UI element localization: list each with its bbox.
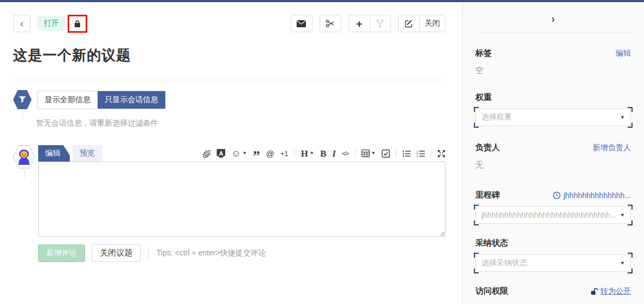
- issue-header: ‹ 打开: [13, 14, 446, 33]
- tab-edit[interactable]: 编辑: [38, 145, 70, 162]
- table-button[interactable]: ▼: [362, 150, 376, 157]
- back-button[interactable]: ‹: [13, 15, 31, 32]
- milestone-section: 里程碑 jhhhhhhhhhhhhhh... jhhhhhhhhhhhhhhhh…: [476, 190, 631, 224]
- corner-mark: [474, 107, 479, 112]
- labels-section: 标签 编辑 空: [476, 48, 631, 76]
- comment-textarea[interactable]: [38, 162, 446, 237]
- status-badge: 打开: [37, 16, 65, 31]
- paperclip-icon: [202, 149, 210, 158]
- fullscreen-icon: [437, 150, 446, 158]
- bullet-list-button[interactable]: [402, 150, 411, 157]
- collapse-sidebar-icon[interactable]: ›: [552, 13, 555, 24]
- close-label: 关闭: [425, 19, 440, 28]
- corner-mark: [474, 269, 479, 273]
- assignee-value: 无: [476, 160, 631, 170]
- add-comment-button[interactable]: 新增评论: [38, 245, 85, 262]
- discussion-filter: 显示全部信息 只显示会话信息: [13, 90, 446, 109]
- toolbar-separator: [294, 149, 295, 158]
- weight-title: 权重: [476, 92, 492, 103]
- comment-editor: 编辑 预览 A ☺ ▼: [38, 145, 446, 262]
- milestone-title: 里程碑: [476, 190, 500, 200]
- caret-down-icon: ▼: [620, 260, 625, 266]
- milestone-link-text: jhhhhhhhhhhhhhh...: [563, 191, 631, 200]
- code-icon: </>: [342, 151, 349, 157]
- emoji-picker-button[interactable]: ☺ ▼: [231, 149, 246, 158]
- scissors-icon: [326, 19, 335, 28]
- labels-edit-link[interactable]: 编辑: [616, 49, 631, 58]
- milestone-link[interactable]: jhhhhhhhhhhhhhh...: [553, 191, 631, 200]
- toolbar-separator: [431, 149, 431, 158]
- italic-icon: I: [332, 149, 336, 158]
- avatar: [13, 145, 35, 169]
- make-public-text: 转为公开: [600, 287, 631, 296]
- corner-mark: [628, 205, 633, 210]
- corner-mark: [474, 123, 479, 128]
- labels-value: 空: [476, 65, 631, 76]
- clock-icon: [553, 192, 561, 199]
- labels-title: 标签: [476, 48, 492, 58]
- milestone-value: jhhhhhhhhhhhhhhhhhhhhhhhhhhhhhh...: [482, 211, 617, 219]
- plus-one-icon: +1: [280, 150, 288, 157]
- lock-discussion-button[interactable]: [69, 16, 86, 31]
- attach-file-button[interactable]: [202, 149, 210, 158]
- issue-main-panel: ‹ 打开: [0, 2, 462, 304]
- italic-button[interactable]: I: [332, 149, 336, 158]
- toolbar-separator: [396, 149, 396, 158]
- task-list-button[interactable]: [382, 150, 390, 158]
- empty-discussion-message: 暂无会话信息，请重新选择过滤条件: [36, 118, 446, 128]
- plus-icon: +: [356, 19, 362, 29]
- bold-button[interactable]: B: [320, 149, 326, 158]
- move-issue-button[interactable]: [320, 15, 341, 32]
- create-branch-button[interactable]: [370, 15, 390, 32]
- make-public-link[interactable]: 转为公开: [590, 287, 631, 296]
- corner-mark: [628, 269, 633, 273]
- bullet-list-icon: [402, 150, 411, 157]
- editor-tab-bar: 编辑 预览 A ☺ ▼: [38, 145, 446, 162]
- blockquote-button[interactable]: ”: [253, 148, 260, 159]
- adoption-title: 采纳状态: [476, 238, 508, 248]
- award-button[interactable]: +1: [280, 150, 288, 157]
- comment-editor-block: 编辑 预览 A ☺ ▼: [13, 145, 446, 262]
- adoption-dropdown[interactable]: 选择采纳状态 ▼: [476, 254, 631, 272]
- tab-preview[interactable]: 预览: [73, 145, 102, 162]
- close-issue-header-button[interactable]: 关闭: [419, 15, 445, 32]
- add-assignee-link[interactable]: 新增负责人: [593, 143, 631, 153]
- color-a-icon: A: [216, 149, 225, 158]
- caret-down-icon: ▼: [620, 115, 625, 120]
- toolbar-separator: [355, 149, 356, 158]
- thread-line: [24, 170, 25, 178]
- color-text-button[interactable]: A: [216, 149, 225, 158]
- quote-icon: ”: [253, 153, 260, 159]
- issue-title: 这是一个新的议题: [13, 46, 446, 65]
- mention-button[interactable]: @: [266, 150, 274, 158]
- caret-down-icon: ▼: [620, 212, 625, 218]
- heading-button[interactable]: H ▼: [301, 149, 314, 158]
- filter-show-conversation-button[interactable]: 只显示会话信息: [98, 91, 165, 109]
- issue-sidebar: › 标签 编辑 空 权重 选择权重 ▼: [462, 2, 644, 304]
- milestone-dropdown-frame: jhhhhhhhhhhhhhhhhhhhhhhhhhhhhhh... ▼: [476, 206, 631, 224]
- funnel-icon: [19, 96, 26, 103]
- avatar-column: [13, 145, 38, 262]
- envelope-icon: [297, 20, 306, 27]
- code-button[interactable]: </>: [342, 151, 349, 157]
- unlock-icon: [590, 288, 598, 295]
- access-title: 访问权限: [476, 286, 508, 296]
- weight-dropdown[interactable]: 选择权重 ▼: [476, 109, 631, 126]
- bold-icon: B: [320, 149, 326, 158]
- heading-icon: H: [301, 149, 308, 158]
- close-issue-button[interactable]: 关闭议题: [92, 244, 141, 262]
- numbered-list-button[interactable]: 1 2 3: [417, 150, 425, 157]
- notifications-button[interactable]: [291, 15, 312, 32]
- header-actions: +: [291, 15, 446, 32]
- assignee-title: 负责人: [476, 142, 500, 153]
- new-issue-button[interactable]: +: [349, 15, 370, 32]
- assignee-section: 负责人 新增负责人 无: [476, 142, 631, 170]
- access-section: 访问权限 转为公开 *仅对 Reporter 及以上权限的项目成员可见: [476, 286, 631, 304]
- edit-issue-button[interactable]: [399, 15, 419, 32]
- adoption-placeholder: 选择采纳状态: [482, 258, 617, 268]
- filter-show-all-button[interactable]: 显示全部信息: [38, 91, 98, 109]
- corner-mark: [474, 205, 479, 210]
- fullscreen-button[interactable]: [437, 150, 446, 158]
- milestone-dropdown[interactable]: jhhhhhhhhhhhhhhhhhhhhhhhhhhhhhh... ▼: [476, 206, 631, 224]
- checkbox-icon: [382, 150, 390, 158]
